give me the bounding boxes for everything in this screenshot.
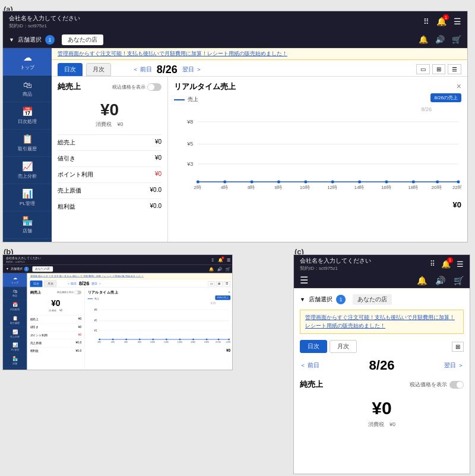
panel-c-tab-monthly[interactable]: 月次 (330, 340, 357, 353)
view-single[interactable]: ▭ (416, 64, 430, 74)
svg-point-39 (139, 339, 141, 341)
panel-c-cart-icon[interactable]: 🛒 (454, 276, 464, 285)
sales-row-gross-profit: 粗利益 ¥0.0 (58, 198, 162, 215)
svg-point-11 (304, 180, 307, 183)
view-icons: ▭ ⊞ ☰ (416, 64, 461, 75)
bell-icon-sub[interactable]: 🔔 (419, 35, 428, 44)
chart-svg: ¥8 ¥5 ¥3 (174, 106, 461, 198)
store-selector[interactable]: ▼ 店舗選択 1 (9, 35, 55, 45)
sidebar-item-analysis[interactable]: 📈 売上分析 (3, 157, 52, 184)
svg-text:22時: 22時 (226, 341, 231, 343)
panel-c-tab-daily[interactable]: 日次 (300, 340, 327, 353)
panel-b-scale-wrapper: 会社名を入力してください 契約ID：sct975z1 ⠿ 🔔1 ☰ ▼店舗選択 … (3, 255, 233, 370)
sidebar-item-products[interactable]: 🛍 商品 (3, 75, 52, 102)
chart-total: ¥0 (174, 199, 461, 209)
points-label: ポイント利用 (58, 171, 93, 179)
panel-c-notification-icon[interactable]: 🔔 1 (441, 260, 451, 269)
chart-legend: 売上 (174, 96, 461, 103)
svg-text:20時: 20時 (432, 185, 442, 190)
bar-icon: 📊 (22, 188, 33, 199)
panel-c-toolbar: ☰ 🔔 🔊 🛒 (294, 273, 470, 288)
menu-icon[interactable]: ☰ (454, 17, 461, 26)
panel-b-wrapper: 会社名を入力してください 契約ID：sct975z1 ⠿ 🔔1 ☰ ▼店舗選択 … (2, 254, 233, 370)
sidebar-item-store[interactable]: 🏪 店舗 (3, 212, 52, 239)
svg-point-7 (197, 180, 200, 183)
panel-c-tax-toggle: 税込価格を表示 (410, 381, 464, 389)
company-name: 会社名を入力してください (9, 14, 423, 23)
legend-label: 売上 (188, 96, 198, 103)
panel-c-prev[interactable]: ＜ 前日 (300, 361, 319, 370)
toggle-switch[interactable] (147, 83, 162, 91)
notification-icon[interactable]: 🔔 1 (436, 17, 446, 26)
cogs-label: 売上原価 (58, 187, 81, 195)
svg-point-41 (166, 339, 167, 341)
panel-c-store-row: ▼ 店舗選択 1 あなたの店 (300, 294, 464, 305)
chart-title: リアルタイム売上 (174, 82, 236, 91)
date-navigation: ＜ 前日 8/26 翌日 ＞ (132, 64, 202, 76)
sidebar-item-staff[interactable]: 👤 スタッフ (3, 239, 52, 242)
panel-c-grid-icon[interactable]: ⠿ (430, 260, 435, 268)
panel-c-speaker-icon[interactable]: 🔊 (435, 276, 445, 285)
view-list[interactable]: ☰ (448, 64, 461, 74)
svg-text:¥8: ¥8 (186, 119, 193, 125)
svg-text:14時: 14時 (177, 341, 182, 343)
hamburger-icon[interactable]: ☰ (300, 275, 308, 286)
panel-a: 会社名を入力してください 契約ID：sct975z1 ⠿ 🔔 1 ☰ ▼ 店舗選… (2, 11, 468, 242)
sidebar-label-store: 店舗 (23, 228, 32, 234)
chart-close-btn[interactable]: × (457, 81, 461, 91)
panel-c-view-icon[interactable]: ⊞ (452, 342, 464, 352)
panel-c-bell-icon[interactable]: 🔔 (417, 276, 427, 285)
cart-icon[interactable]: 🛒 (452, 35, 461, 44)
sidebar: ☁ トップ 🛍 商品 📅 日次処理 📋 取引履歴 📈 売上分析 📊 PL管 (3, 48, 52, 242)
svg-text:¥8: ¥8 (94, 308, 98, 311)
notif-badge: 1 (443, 14, 449, 20)
sidebar-item-transactions[interactable]: 📋 取引履歴 (3, 130, 52, 157)
gross-value: ¥0 (155, 138, 162, 147)
svg-point-10 (277, 180, 280, 183)
sidebar-item-daily[interactable]: 📅 日次処理 (3, 102, 52, 130)
gross-profit-value: ¥0.0 (150, 203, 162, 211)
panel-c-contract-id: 契約ID：sct975z1 (300, 265, 430, 272)
panel-c-sales-header: 純売上 税込価格を表示 (300, 379, 464, 390)
panel-c-next[interactable]: 翌日 ＞ (444, 361, 464, 370)
subheader-icons: 🔔 🔊 🛒 (419, 35, 461, 44)
speaker-icon[interactable]: 🔊 (435, 35, 445, 44)
content-body: 純売上 税込価格を表示 ¥0 消費税 ¥0 総売上 ¥0 (52, 77, 467, 242)
svg-point-37 (112, 339, 114, 341)
tab-monthly[interactable]: 月次 (86, 63, 111, 76)
main-layout: ☁ トップ 🛍 商品 📅 日次処理 📋 取引履歴 📈 売上分析 📊 PL管 (3, 48, 467, 242)
store-count-badge: 1 (45, 35, 55, 45)
panel-c-date-nav: ＜ 前日 8/26 翌日 ＞ (300, 358, 464, 373)
notice-text[interactable]: 管理画面からすぐ注文可能！支払も後払いで月額費用に加算！レシート用紙の販売始めま… (58, 51, 287, 56)
svg-text:6時: 6時 (124, 341, 128, 343)
svg-point-44 (206, 339, 208, 341)
tab-daily[interactable]: 日次 (58, 63, 83, 76)
legend-line (174, 99, 185, 100)
gross-label: 総売上 (58, 138, 75, 147)
panel-c-date-display: 8/26 (319, 358, 444, 373)
prev-day-btn[interactable]: ＜ 前日 (132, 65, 152, 74)
grid-icon[interactable]: ⠿ (423, 17, 429, 26)
sidebar-label-daily: 日次処理 (18, 118, 37, 125)
view-grid[interactable]: ⊞ (432, 64, 445, 74)
panel-c-toggle-switch[interactable] (449, 381, 464, 389)
panel-c-sales-title: 純売上 (300, 379, 323, 390)
store-icon: 🏪 (22, 216, 33, 226)
content-area: 管理画面からすぐ注文可能！支払も後払いで月額費用に加算！レシート用紙の販売始めま… (52, 48, 467, 242)
panel-c-header: 会社名を入力してください 契約ID：sct975z1 ⠿ 🔔 1 ☰ (294, 255, 470, 273)
svg-point-16 (436, 180, 439, 183)
sidebar-item-pl[interactable]: 📊 PL管理 (3, 184, 52, 212)
sales-title: 純売上 (58, 81, 81, 92)
sales-row-cogs: 売上原価 ¥0.0 (58, 182, 162, 198)
svg-text:¥5: ¥5 (186, 141, 193, 147)
panel-c-your-store: あなたの店 (353, 294, 392, 305)
panel-c-company-name: 会社名を入力してください (300, 257, 430, 265)
svg-text:20時: 20時 (216, 341, 220, 343)
svg-text:¥3: ¥3 (186, 161, 193, 167)
sidebar-item-top[interactable]: ☁ トップ (3, 48, 52, 75)
panel-c-menu-icon[interactable]: ☰ (457, 260, 464, 269)
panel-c-chevron: ▼ (300, 297, 305, 302)
panel-c-tax-label: 税込価格を表示 (410, 381, 447, 389)
header-bar: 会社名を入力してください 契約ID：sct975z1 ⠿ 🔔 1 ☰ (3, 11, 467, 31)
next-day-btn[interactable]: 翌日 ＞ (182, 65, 202, 74)
